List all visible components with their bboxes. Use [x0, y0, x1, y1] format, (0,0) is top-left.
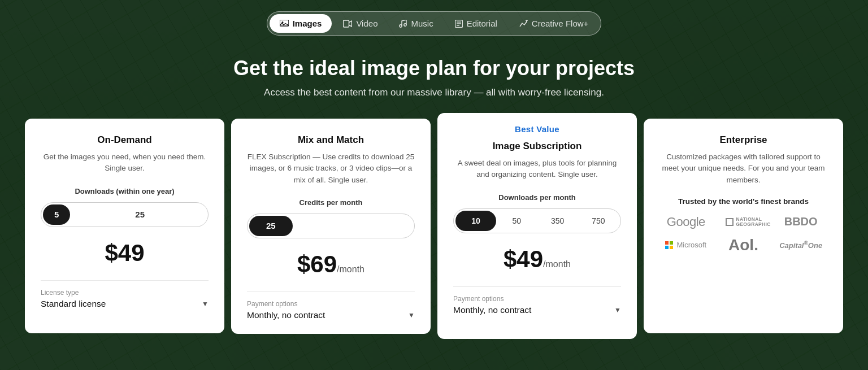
trusted-label: Trusted by the world's finest brands [659, 197, 827, 206]
brand-nat-geo: NATIONAL GEOGRAPHIC [726, 217, 761, 228]
mix-match-dropdown-arrow: ▼ [408, 311, 415, 319]
on-demand-license-value: Standard license [41, 299, 106, 309]
tab-music-label: Music [411, 19, 433, 28]
tab-images-label: Images [293, 19, 322, 28]
nat-geo-box [726, 218, 734, 226]
enterprise-desc: Customized packages with tailored suppor… [659, 151, 827, 186]
plan-on-demand: On-Demand Get the images you need, when … [25, 119, 224, 333]
on-demand-option-5[interactable]: 5 [43, 204, 70, 225]
image-sub-price: $49 [504, 246, 543, 272]
image-sub-payment-value: Monthly, no contract [453, 305, 531, 315]
on-demand-selector[interactable]: 5 25 [41, 202, 209, 227]
mix-match-option-25[interactable]: 25 [249, 216, 293, 236]
svg-point-3 [400, 24, 402, 27]
on-demand-option-25[interactable]: 25 [72, 203, 208, 227]
hero-title: Get the ideal image plan for your projec… [233, 56, 635, 80]
mix-match-selector-label: Credits per month [247, 198, 415, 207]
creative-flow-icon [519, 20, 528, 28]
on-demand-selector-label: Downloads (within one year) [41, 187, 209, 195]
tab-creative-flow[interactable]: Creative Flow+ [509, 14, 598, 33]
brand-aol: Aol. [728, 236, 758, 254]
page-wrapper: Images Video Music [0, 0, 868, 370]
mix-match-selector[interactable]: 25 [247, 214, 415, 238]
tab-video-label: Video [356, 19, 377, 28]
tab-editorial-label: Editorial [467, 19, 497, 28]
on-demand-dropdown-label: License type [41, 289, 209, 297]
enterprise-title: Enterprise [659, 134, 827, 146]
editorial-icon [455, 20, 463, 28]
mix-match-dropdown-label: Payment options [247, 300, 415, 308]
on-demand-desc: Get the images you need, when you need t… [41, 151, 209, 175]
nav-tabs: Images Video Music [267, 11, 602, 36]
mix-match-dropdown: Payment options Monthly, no contract ▼ [247, 291, 415, 320]
pricing-cards: On-Demand Get the images you need, when … [21, 119, 847, 339]
image-sub-selector-label: Downloads per month [453, 193, 621, 202]
tab-images[interactable]: Images [270, 14, 332, 33]
mix-match-price-block: $69/month [247, 251, 415, 278]
hero-subtitle: Access the best content from our massive… [264, 87, 604, 98]
brand-google: Google [667, 215, 705, 229]
image-sub-dropdown: Payment options Monthly, no contract ▼ [453, 286, 621, 315]
brand-microsoft: Microsoft [665, 241, 706, 249]
on-demand-price: $49 [105, 240, 144, 266]
image-sub-option-350[interactable]: 350 [537, 211, 578, 231]
mix-match-payment-value: Monthly, no contract [247, 310, 325, 320]
nat-geo-text: NATIONAL GEOGRAPHIC [736, 217, 761, 228]
on-demand-dropdown: License type Standard license ▼ [41, 280, 209, 309]
tab-creative-flow-label: Creative Flow+ [532, 19, 588, 28]
image-sub-option-50[interactable]: 50 [496, 211, 537, 231]
brand-grid: Google NATIONAL GEOGRAPHIC BBDO Microsof… [659, 215, 827, 254]
tab-music[interactable]: Music [389, 14, 443, 33]
image-sub-dropdown-arrow: ▼ [614, 306, 621, 314]
svg-point-4 [404, 23, 406, 25]
video-icon [343, 20, 352, 28]
image-sub-option-10[interactable]: 10 [455, 211, 496, 231]
image-sub-price-block: $49/month [453, 246, 621, 273]
on-demand-price-block: $49 [41, 240, 209, 267]
mix-match-dropdown-select[interactable]: Monthly, no contract ▼ [247, 310, 415, 320]
tab-editorial[interactable]: Editorial [445, 14, 507, 33]
on-demand-title: On-Demand [41, 134, 209, 146]
mix-match-desc: FLEX Subscription — Use credits to downl… [247, 151, 415, 186]
plan-mix-and-match: Mix and Match FLEX Subscription — Use cr… [231, 119, 431, 334]
plan-image-subscription: Best Value Image Subscription A sweet de… [437, 113, 637, 339]
images-icon [280, 20, 289, 28]
brand-capital-one: Capital®One [779, 240, 822, 250]
svg-rect-2 [344, 20, 349, 27]
ms-text: Microsoft [676, 241, 706, 249]
on-demand-dropdown-arrow: ▼ [202, 300, 209, 308]
ms-grid-icon [665, 241, 673, 249]
mix-match-price: $69 [297, 251, 337, 277]
plan-enterprise: Enterprise Customized packages with tail… [644, 119, 843, 333]
brand-bbdo: BBDO [784, 215, 818, 228]
image-sub-selector[interactable]: 10 50 350 750 [453, 208, 621, 233]
music-icon [399, 20, 407, 28]
mix-match-title: Mix and Match [247, 134, 415, 146]
image-sub-title: Image Subscription [453, 141, 621, 152]
image-sub-dropdown-label: Payment options [453, 295, 621, 303]
on-demand-dropdown-select[interactable]: Standard license ▼ [41, 299, 209, 309]
best-value-badge: Best Value [453, 124, 621, 134]
image-sub-option-750[interactable]: 750 [578, 211, 619, 231]
image-sub-dropdown-select[interactable]: Monthly, no contract ▼ [453, 305, 621, 315]
tab-video[interactable]: Video [333, 14, 388, 33]
image-sub-desc: A sweet deal on images, plus tools for p… [453, 158, 621, 181]
mix-match-price-period: /month [337, 264, 364, 274]
image-sub-price-period: /month [543, 259, 571, 269]
